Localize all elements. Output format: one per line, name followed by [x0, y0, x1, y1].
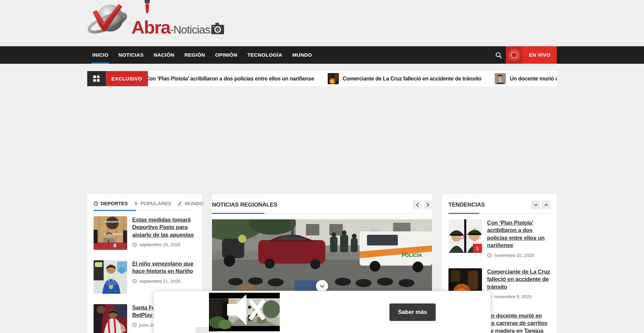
nav-item-opinion[interactable]: OPINIÓN	[210, 46, 242, 64]
clock-icon	[132, 279, 137, 283]
ticker-item-title: Con ‘Plan Pistola’ acribillaron a dos po…	[148, 76, 314, 82]
ticker-grid-button[interactable]	[87, 71, 106, 86]
nav-right: EN VIVO	[491, 46, 557, 64]
article-date-text: septiembre 21, 2025	[139, 279, 180, 284]
pen-icon	[177, 201, 182, 206]
search-icon	[495, 52, 502, 58]
article-date: septiembre 25, 2025	[132, 242, 196, 247]
clock-icon	[132, 323, 137, 327]
article-title[interactable]: Un docente murió en las carreras de carr…	[487, 312, 550, 333]
ticker-item[interactable]: Con ‘Plan Pistola’ acribillaron a dos po…	[148, 76, 314, 82]
nav-link-tecnologia[interactable]: TECNOLOGÍA	[242, 46, 287, 64]
slider-next-button[interactable]	[423, 201, 432, 209]
article-thumbnail[interactable]: Abra 1	[448, 219, 482, 253]
clock-icon	[487, 253, 492, 258]
nav-link-inicio[interactable]: INICIO	[87, 46, 113, 64]
article-title[interactable]: El niño venezolano que hace historia en …	[132, 260, 196, 275]
nav-item-inicio[interactable]: INICIO	[87, 46, 113, 64]
nav-item-region[interactable]: REGIÓN	[179, 46, 210, 64]
ad-video-player[interactable]	[209, 293, 280, 331]
article-date: noviembre 10, 2025	[487, 253, 550, 258]
chevron-down-icon	[320, 285, 325, 288]
tab-label: DEPORTES	[101, 201, 128, 206]
tab-mundo[interactable]: MUNDO	[177, 201, 203, 206]
article-date: noviembre 9, 2025	[487, 294, 550, 299]
logo-text: Abra-Noticias	[131, 2, 224, 38]
trending-controls	[530, 201, 550, 209]
clock-icon	[132, 242, 137, 247]
ticker-item-title: Un docente murió en las carreras de	[510, 76, 557, 82]
article-date-text: noviembre 10, 2025	[494, 253, 534, 258]
section-underline	[212, 213, 264, 214]
slider-prev-button[interactable]	[413, 201, 422, 209]
live-rings-icon	[506, 46, 523, 64]
chevron-down-icon	[534, 204, 538, 206]
nav-link-nacion[interactable]: NACIÓN	[149, 46, 179, 64]
tab-label: MUNDO	[184, 201, 203, 206]
breaking-news-ticker: EXCLUSIVO Con ‘Plan Pistola’ acribillaro…	[87, 71, 557, 86]
collapse-button[interactable]	[531, 201, 540, 209]
section-underline	[448, 213, 479, 214]
section-title: NOTICIAS REGIONALES	[212, 202, 277, 208]
article-thumbnail[interactable]	[94, 260, 127, 294]
rank-badge: 1	[473, 244, 482, 253]
site-logo[interactable]: Abra-Noticias	[87, 2, 224, 39]
regional-header: NOTICIAS REGIONALES	[212, 201, 432, 214]
svg-text:POLICÍA: POLICÍA	[402, 252, 422, 258]
nav-link-region[interactable]: REGIÓN	[179, 46, 210, 64]
nav-list: INICIO NOTICIAS NACIÓN REGIÓN OPINIÓN TE…	[87, 46, 317, 64]
chevron-right-icon	[426, 203, 429, 207]
nav-link-mundo[interactable]: MUNDO	[287, 46, 317, 64]
article-title[interactable]: Estas medidas tomará Deportivo Pasto par…	[132, 216, 196, 239]
chevron-up-icon	[544, 204, 548, 206]
slider-controls	[411, 201, 432, 209]
article-item[interactable]: MORASURCO Sala Santander Estas medidas t…	[94, 216, 196, 250]
article-date: septiembre 21, 2025	[132, 279, 196, 284]
site-header: Abra-Noticias	[0, 0, 644, 46]
microphone-icon	[143, 0, 152, 13]
expand-button[interactable]	[542, 201, 550, 209]
svg-text:MORASURCO: MORASURCO	[105, 221, 119, 223]
live-label: EN VIVO	[523, 46, 557, 64]
ticker-item-thumbnail	[495, 73, 506, 84]
trending-item[interactable]: Abra 1 Con ‘Plan Pistola’ acribillaron a…	[448, 219, 550, 258]
nav-item-mundo[interactable]: MUNDO	[287, 46, 317, 64]
section-title: TENDENCIAS	[448, 202, 485, 208]
ad-cta-button[interactable]: Saber más	[389, 303, 436, 321]
article-title[interactable]: Comerciante de La Cruz falleció en accid…	[487, 268, 550, 291]
logo-sphere-icon	[87, 2, 131, 39]
tab-populares[interactable]: POPULARES	[134, 201, 171, 206]
nav-link-noticias[interactable]: NOTICIAS	[113, 46, 149, 64]
article-item[interactable]: El niño venezolano que hace historia en …	[94, 260, 196, 294]
nav-item-tecnologia[interactable]: TECNOLOGÍA	[242, 46, 287, 64]
ticker-item-thumbnail	[328, 73, 339, 84]
article-title[interactable]: Con ‘Plan Pistola’ acribillaron a dos po…	[487, 219, 550, 249]
ticker-track: Con ‘Plan Pistola’ acribillaron a dos po…	[148, 71, 557, 86]
brand-name-secondary: -Noticias	[170, 23, 210, 36]
article-date-text: septiembre 25, 2025	[139, 242, 180, 247]
brand-name-primary: Abra	[131, 17, 170, 38]
clock-icon	[94, 201, 98, 206]
ticker-item-title: Comerciante de La Cruz falleció en accid…	[343, 76, 482, 82]
active-tab-underline	[94, 210, 136, 211]
scroll-down-button[interactable]	[316, 280, 328, 292]
nav-link-opinion[interactable]: OPINIÓN	[210, 46, 242, 64]
ticker-badge: EXCLUSIVO	[106, 71, 148, 86]
nav-item-noticias[interactable]: NOTICIAS	[113, 46, 149, 64]
grid-icon	[93, 75, 100, 82]
article-thumbnail[interactable]	[94, 304, 127, 333]
camera-icon	[211, 23, 224, 35]
trending-header: TENDENCIAS	[448, 201, 550, 214]
muted-speaker-icon[interactable]	[211, 290, 282, 329]
live-button[interactable]: EN VIVO	[506, 46, 557, 64]
search-button[interactable]	[491, 46, 506, 64]
chevron-left-icon	[416, 203, 419, 207]
ad-overlay: Saber más	[153, 291, 491, 333]
article-date-text: noviembre 9, 2025	[494, 294, 532, 299]
nav-item-nacion[interactable]: NACIÓN	[149, 46, 179, 64]
ticker-item[interactable]: Un docente murió en las carreras de	[495, 73, 557, 84]
main-nav: INICIO NOTICIAS NACIÓN REGIÓN OPINIÓN TE…	[0, 46, 644, 64]
article-thumbnail[interactable]: MORASURCO Sala Santander	[94, 216, 127, 250]
tab-deportes[interactable]: DEPORTES	[94, 201, 128, 206]
ticker-item[interactable]: Comerciante de La Cruz falleció en accid…	[328, 73, 482, 84]
